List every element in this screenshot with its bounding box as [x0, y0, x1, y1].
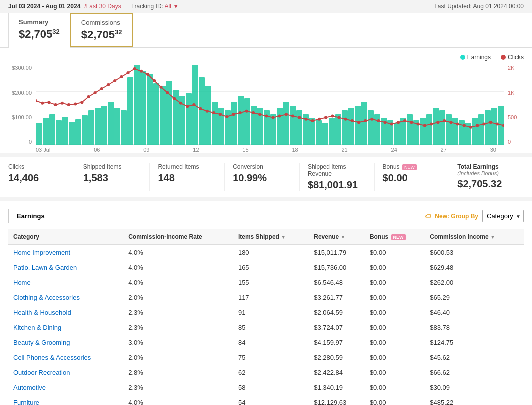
category-cell: Automotive: [8, 380, 123, 396]
clicks-dot: [456, 123, 459, 126]
group-by-area: 🏷 New: Group By Category: [425, 210, 524, 222]
clicks-dot: [370, 118, 373, 121]
summary-amount: $2,70532: [19, 28, 60, 41]
clicks-dot: [351, 120, 354, 122]
category-link[interactable]: Furniture: [13, 399, 39, 405]
stats-row: Clicks 14,406 Shipped Items 1,583 Return…: [0, 157, 532, 197]
line-chart: [36, 65, 504, 145]
items-cell: 91: [233, 306, 309, 320]
revenue-cell: $2,422.84: [309, 366, 365, 380]
table-row: Kitchen & Dining 2.3% 85 $3,724.07 $0.00…: [8, 320, 524, 336]
clicks-dot: [192, 104, 195, 106]
revenue-sort-icon: ▼: [341, 234, 346, 240]
y-axis-right: 2K 1K 500 0: [504, 65, 524, 145]
earnings-tab-button[interactable]: Earnings: [8, 209, 53, 224]
returned-items-value: 148: [158, 172, 216, 184]
summary-label: Summary: [19, 18, 60, 26]
y-axis-left: $300.00 $200.00 $100.00 0: [8, 65, 36, 145]
rate-cell: 4.0%: [123, 260, 233, 276]
clicks-dot: [186, 106, 189, 108]
clicks-dot: [390, 123, 393, 126]
bonus-cell: $0.00: [365, 290, 425, 306]
clicks-dot: [239, 112, 242, 114]
tracking-value[interactable]: All: [165, 3, 171, 10]
clicks-dot: [133, 68, 136, 70]
commissions-label: Commissions: [81, 19, 122, 26]
bonus-cell: $0.00: [365, 336, 425, 350]
category-cell: Health & Household: [8, 306, 123, 320]
chart-legend: Earnings Clicks: [8, 54, 524, 61]
clicks-dot: [489, 122, 492, 124]
stat-conversion: Conversion 10.99%: [225, 164, 300, 191]
revenue-cell: $12,129.63: [309, 396, 365, 405]
stat-returned-items: Returned Items 148: [150, 164, 225, 191]
commission-cell: $124.75: [425, 336, 524, 350]
stat-total-earnings: Total Earnings (Includes Bonus) $2,705.3…: [449, 164, 524, 191]
legend-clicks: Clicks: [501, 54, 524, 61]
category-link[interactable]: Automotive: [13, 384, 46, 392]
category-select[interactable]: Category: [482, 210, 524, 222]
category-link[interactable]: Outdoor Recreation: [13, 369, 70, 376]
clicks-dot: [384, 122, 387, 124]
clicks-dot: [67, 104, 70, 106]
last-days-filter[interactable]: /Last 30 Days: [84, 3, 121, 10]
stat-shipped-revenue: Shipped Items Revenue $81,001.91: [300, 164, 375, 191]
bonus-table-badge: NEW: [391, 234, 406, 240]
summary-tab[interactable]: Summary $2,70532: [8, 13, 70, 48]
revenue-cell: $2,280.59: [309, 350, 365, 366]
commissions-tab[interactable]: Commissions $2,70532: [70, 13, 133, 48]
bonus-value: $0.00: [383, 172, 441, 184]
clicks-dot: [107, 84, 110, 86]
tracking-label: Tracking ID: All ▼: [131, 3, 179, 10]
clicks-dot: [285, 114, 288, 116]
clicks-dot: [74, 103, 77, 106]
total-earnings-value: $2,705.32: [457, 178, 516, 190]
category-link[interactable]: Beauty & Grooming: [13, 339, 70, 346]
category-link[interactable]: Home Improvement: [13, 249, 70, 256]
items-cell: 84: [233, 336, 309, 350]
col-commission-income[interactable]: Commission Income ▼: [425, 230, 524, 245]
commission-sort-icon: ▼: [490, 234, 495, 240]
clicks-dot: [331, 115, 334, 118]
col-category: Category: [8, 230, 123, 245]
items-cell: 85: [233, 320, 309, 336]
bonus-label: Bonus NEW: [383, 164, 441, 170]
clicks-dot: [337, 116, 340, 120]
col-revenue[interactable]: Revenue ▼: [309, 230, 365, 245]
table-row: Outdoor Recreation 2.8% 62 $2,422.84 $0.…: [8, 366, 524, 380]
clicks-dot: [344, 118, 347, 121]
col-items-shipped[interactable]: Items Shipped ▼: [233, 230, 309, 245]
clicks-dot: [430, 123, 433, 126]
category-link[interactable]: Cell Phones & Accessories: [13, 354, 91, 362]
stat-bonus: Bonus NEW $0.00: [375, 164, 450, 191]
clicks-label: Clicks: [8, 164, 67, 170]
items-cell: 117: [233, 290, 309, 306]
clicks-dot: [496, 123, 499, 126]
clicks-dot: [225, 116, 228, 118]
conversion-value: 10.99%: [233, 172, 291, 184]
clicks-dot: [397, 122, 400, 124]
clicks-dot: [212, 112, 215, 114]
category-link[interactable]: Home: [13, 279, 31, 286]
revenue-cell: $1,340.19: [309, 380, 365, 396]
category-link[interactable]: Clothing & Accessories: [13, 294, 80, 302]
top-bar: Jul 03 2024 - Aug 01 2024 /Last 30 Days …: [0, 0, 532, 13]
summary-tabs: Summary $2,70532 Commissions $2,70532: [0, 13, 532, 48]
clicks-dot: [357, 122, 360, 124]
category-link[interactable]: Patio, Lawn & Garden: [13, 264, 77, 272]
category-cell: Clothing & Accessories: [8, 290, 123, 306]
category-link[interactable]: Health & Household: [13, 309, 71, 316]
clicks-dot: [304, 118, 307, 121]
earnings-table: Category Commission-Income Rate Items Sh…: [8, 230, 524, 405]
category-link[interactable]: Kitchen & Dining: [13, 324, 61, 332]
category-select-wrapper: Category: [482, 210, 524, 222]
clicks-dot: [324, 116, 327, 120]
clicks-dot: [232, 114, 235, 116]
rate-cell: 2.0%: [123, 350, 233, 366]
clicks-dot: [41, 102, 44, 105]
clicks-dot: [126, 72, 129, 74]
category-cell: Furniture: [8, 396, 123, 405]
rate-cell: 4.0%: [123, 276, 233, 290]
table-body: Home Improvement 4.0% 180 $15,011.79 $0.…: [8, 245, 524, 405]
rate-cell: 4.0%: [123, 245, 233, 260]
